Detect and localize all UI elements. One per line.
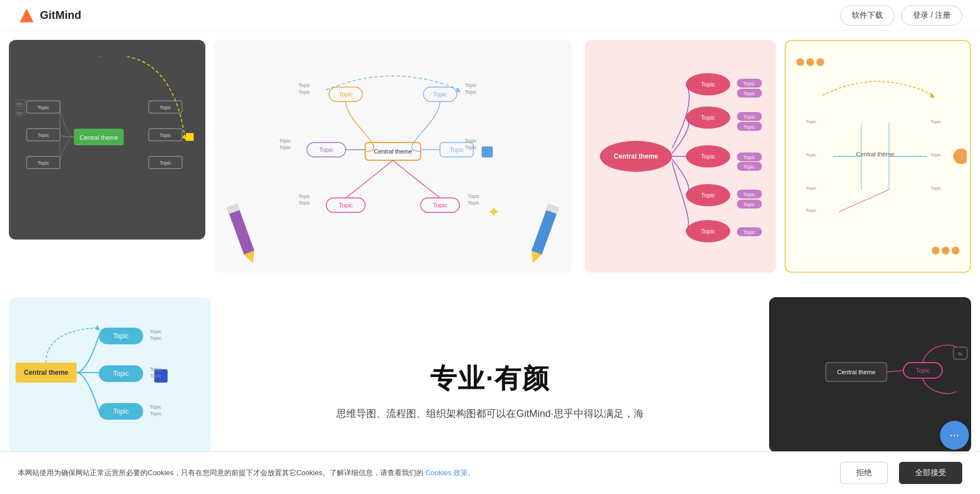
svg-text:Topic: Topic [433,202,447,208]
svg-rect-50 [482,146,493,157]
svg-text:Topic: Topic [150,411,162,416]
svg-text:Topic: Topic [299,89,311,95]
svg-marker-31 [182,134,186,140]
svg-text:To: To [958,352,963,357]
header-buttons: 软件下载 登录 / 注册 [840,6,962,26]
svg-marker-39 [456,87,461,93]
svg-text:Topic: Topic [743,202,755,207]
svg-point-98 [796,58,804,66]
pink-mindmap-svg: Central theme Topic Topic Topic Topic To… [592,51,769,262]
svg-text:Topic: Topic [743,230,755,235]
svg-text:Topic: Topic [701,228,715,235]
svg-text:Topic: Topic [299,193,311,199]
svg-text:Topic: Topic [701,192,715,198]
svg-text:Topic: Topic [339,91,353,98]
svg-text:Central theme: Central theme [856,151,894,157]
card-light-mindmap: Central theme Topic Topic Topic Topic To… [214,40,572,273]
svg-text:Topic: Topic [465,83,477,88]
svg-text:Topic: Topic [159,105,171,110]
svg-text:Topic: Topic [113,370,129,378]
download-button[interactable]: 软件下载 [840,6,895,26]
svg-text:Central theme: Central theme [79,134,118,141]
card-yellow-mindmap: Central theme Topic Topic Topic Topic To… [785,40,971,273]
svg-text:Topic: Topic [299,200,311,206]
logo[interactable]: GitMind [18,7,81,24]
svg-text:Topic: Topic [743,164,755,170]
cookie-policy-link[interactable]: Cookies 政策。 [426,468,476,475]
svg-text:Topic: Topic [113,408,129,415]
svg-text:Topic: Topic [113,332,129,340]
logo-icon [18,7,36,24]
svg-text:Topic: Topic [931,186,941,191]
cookie-accept-button[interactable]: 全部接受 [899,462,962,475]
svg-text:Topic: Topic [150,373,162,379]
svg-text:Topic: Topic [150,404,162,410]
svg-point-100 [816,58,824,66]
svg-text:Topic: Topic [37,105,49,110]
cookie-text: 本网站使用为确保网站正常运营所必要的Cookies，只有在您同意的前提下才会放置… [18,467,829,475]
svg-text:Central theme: Central theme [24,369,68,376]
svg-text:Topic: Topic [339,202,353,208]
svg-line-120 [839,190,889,212]
bottom-row: Central theme Topic Topic Topic Topic To… [0,297,980,475]
card-dark-mindmap: Central theme Topic Topic Topic Topic To… [9,40,205,240]
svg-marker-0 [20,9,33,22]
svg-text:Topic: Topic [16,101,24,106]
svg-text:Topic: Topic [806,208,816,213]
svg-text:Topic: Topic [465,89,477,95]
page-subtitle: 思维导图、流程图、组织架构图都可以在GitMind·思乎中得以满足，海 [336,405,643,422]
svg-marker-137 [95,325,100,330]
svg-text:Central theme: Central theme [837,369,875,375]
svg-text:Topic: Topic [16,111,24,115]
pencil-left [220,197,264,267]
svg-text:Topic: Topic [806,186,816,191]
svg-text:✦: ✦ [487,203,500,221]
yellow-mindmap-svg: Central theme Topic Topic Topic Topic To… [789,51,967,262]
svg-text:Topic: Topic [743,155,755,160]
cookie-reject-button[interactable]: 拒绝 [840,462,888,475]
svg-text:Topic: Topic [159,160,171,166]
svg-text:Topic: Topic [806,119,816,124]
login-button[interactable]: 登录 / 注册 [901,6,962,26]
gallery-row-1: Central theme Topic Topic Topic Topic To… [0,31,980,297]
svg-line-145 [887,370,903,372]
svg-point-102 [942,247,949,254]
page-title: 专业·有颜 [430,361,549,396]
svg-text:Topic: Topic [931,152,941,157]
svg-text:Topic: Topic [931,119,941,124]
svg-text:Topic: Topic [701,81,715,88]
svg-marker-106 [930,93,934,98]
svg-text:Topic: Topic [916,367,930,374]
chat-icon: ··· [949,428,959,442]
center-section: 专业·有颜 思维导图、流程图、组织架构图都可以在GitMind·思乎中得以满足，… [211,297,769,475]
svg-text:Topic: Topic [465,145,477,150]
svg-text:Topic: Topic [279,138,291,144]
svg-text:Central theme: Central theme [614,152,658,160]
svg-text:Topic: Topic [743,91,755,96]
svg-point-103 [952,247,959,254]
svg-text:Topic: Topic [150,335,162,341]
svg-rect-32 [186,133,194,141]
svg-text:Topic: Topic [743,81,755,86]
svg-text:Topic: Topic [37,160,49,166]
card-pink-mindmap: Central theme Topic Topic Topic Topic To… [585,40,776,273]
svg-text:Topic: Topic [319,146,334,153]
svg-text:Topic: Topic [806,152,816,157]
svg-text:Central theme: Central theme [373,148,412,155]
svg-text:Topic: Topic [299,83,311,88]
svg-text:Topic: Topic [468,200,480,206]
svg-text:Topic: Topic [743,192,755,197]
chat-widget[interactable]: ··· [940,421,969,450]
cyan-mindmap-svg: Central theme Topic Topic Topic Topic To… [10,303,210,447]
svg-text:Topic: Topic [743,114,755,120]
svg-text:Topic: Topic [701,153,715,160]
svg-point-101 [932,247,939,254]
svg-text:Topic: Topic [468,193,480,199]
svg-text:Topic: Topic [150,329,162,334]
svg-text:Topic: Topic [433,91,447,98]
svg-point-104 [953,149,967,164]
pencil-right [522,197,566,267]
card-cyan-mindmap: Central theme Topic Topic Topic Topic To… [9,297,211,452]
svg-text:Topic: Topic [150,366,162,372]
svg-point-99 [806,58,814,66]
